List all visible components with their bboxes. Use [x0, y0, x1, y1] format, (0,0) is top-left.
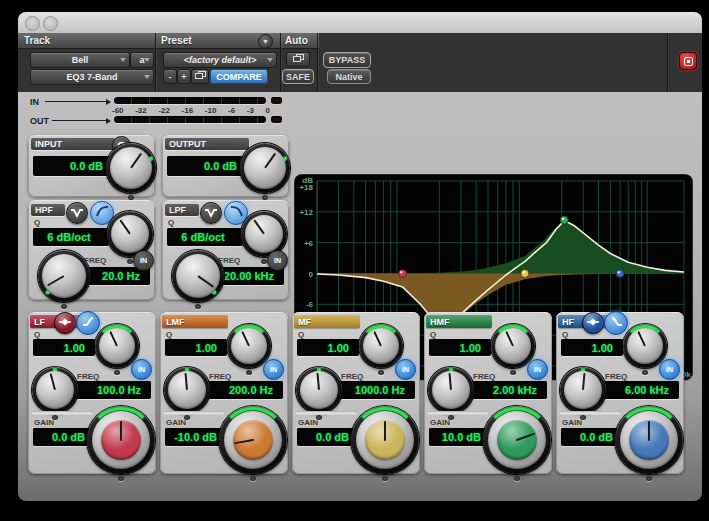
safe-button[interactable]: SAFE	[282, 69, 314, 84]
header-divider	[280, 33, 281, 92]
y-tick-label: +12	[299, 208, 313, 217]
band-2d-q-display[interactable]: 1.00	[297, 339, 359, 356]
band-4d-q-display[interactable]: 1.00	[561, 339, 623, 356]
band-0d-q-display[interactable]: 1.00	[33, 339, 95, 356]
band-3d-freq-label: FREQ	[473, 372, 495, 381]
band-4d-gain-label: GAIN	[562, 418, 582, 427]
band-4d-in-button[interactable]: IN	[659, 359, 680, 380]
preset-next-button[interactable]: +	[177, 69, 191, 84]
meter-scale-tick: -16	[182, 106, 194, 115]
band-4d-freq-knob[interactable]	[560, 367, 606, 413]
band-1d-freq-display[interactable]: 200.0 Hz	[207, 381, 283, 399]
window-close-button[interactable]	[25, 16, 40, 31]
track-selector[interactable]: Bell	[30, 52, 130, 68]
preset-previous-button[interactable]: -	[163, 69, 177, 84]
band-divider	[31, 411, 93, 415]
band-1d-in-button[interactable]: IN	[263, 359, 284, 380]
format-button[interactable]: Native	[327, 69, 371, 84]
peak-eq-icon	[586, 314, 600, 332]
compare-button[interactable]: COMPARE	[210, 69, 268, 84]
0d-section-label: INPUT	[31, 138, 115, 150]
meter-scale: -60-32-22-16-10-6-30	[112, 106, 270, 115]
1d-in-button[interactable]: IN	[267, 250, 288, 271]
band-1d-gain-label: GAIN	[166, 418, 186, 427]
control-point-mf[interactable]	[521, 270, 529, 278]
band-3d-q-display[interactable]: 1.00	[429, 339, 491, 356]
band-0d-freq-knob[interactable]	[32, 367, 78, 413]
y-tick-label: +18	[299, 183, 313, 192]
1d-freq-knob[interactable]	[172, 250, 224, 302]
band-2d-in-button[interactable]: IN	[395, 359, 416, 380]
band-2d-q-knob[interactable]	[359, 324, 403, 368]
window-titlebar[interactable]	[18, 12, 702, 34]
header-divider	[155, 33, 156, 92]
band-2d-q-label: Q	[298, 330, 304, 339]
band-3d-label: HMF	[426, 317, 450, 327]
0d-in-button[interactable]: IN	[133, 250, 154, 271]
band-4d-gain-display[interactable]: 0.0 dB	[561, 428, 623, 446]
0d-notch-type-button[interactable]	[66, 202, 88, 224]
control-point-hmf[interactable]	[560, 216, 568, 224]
band-0d-gain-label: GAIN	[34, 418, 54, 427]
chevron-down-icon	[120, 58, 126, 62]
highpass-filter-icon	[95, 204, 110, 222]
band-2d-gain-knob[interactable]	[351, 406, 419, 474]
track-letter-selector[interactable]: a	[130, 52, 154, 68]
1d-gain-knob[interactable]	[240, 143, 290, 193]
0d-gain-knob[interactable]	[106, 143, 156, 193]
band-4d-gain-knob[interactable]	[615, 406, 683, 474]
band-2d-freq-knob[interactable]	[296, 367, 342, 413]
band-4d-panel: HF Q 1.00 IN FREQ 6.00	[556, 312, 684, 474]
1d-notch-type-button[interactable]	[200, 202, 222, 224]
1d-slope-display[interactable]: 6 dB/oct	[167, 228, 243, 246]
y-tick-label: -6	[306, 300, 314, 309]
band-divider	[559, 411, 621, 415]
control-point-lf[interactable]	[399, 270, 407, 278]
1d-panel: OUTPUT 0.0 dB	[162, 135, 289, 197]
preset-menu-button[interactable]: ▼	[258, 34, 273, 49]
lowpass-filter-icon	[229, 204, 244, 222]
automation-target-button[interactable]	[679, 52, 697, 70]
band-2d-header: MF	[294, 315, 360, 328]
librarian-icon	[195, 71, 206, 82]
band-2d-gain-display[interactable]: 0.0 dB	[297, 428, 359, 446]
band-3d-gain-label: GAIN	[430, 418, 450, 427]
band-1d-q-knob[interactable]	[227, 324, 271, 368]
band-1d-q-display[interactable]: 1.00	[165, 339, 227, 356]
band-0d-peak-button[interactable]	[54, 312, 76, 334]
header-divider	[317, 33, 318, 92]
plugin-header: Track Preset Auto ▼ Bell a EQ3 7-Band <f…	[18, 33, 702, 92]
band-4d-freq-display[interactable]: 6.00 kHz	[603, 381, 679, 399]
preset-selector[interactable]: <factory default>	[163, 52, 277, 68]
arrow-right-icon	[45, 101, 106, 102]
output-meter	[114, 116, 266, 123]
meter-scale-tick: -6	[228, 106, 235, 115]
band-0d-in-button[interactable]: IN	[131, 359, 152, 380]
y-tick-label: 0	[309, 270, 314, 279]
window-minimize-button[interactable]	[43, 16, 58, 31]
control-point-hf[interactable]	[616, 270, 624, 278]
band-4d-q-knob[interactable]	[623, 324, 667, 368]
band-0d-freq-display[interactable]: 100.0 Hz	[75, 381, 151, 399]
0d-section-label: HPF	[31, 204, 65, 216]
librarian-menu-button[interactable]	[191, 69, 209, 84]
band-3d-in-button[interactable]: IN	[527, 359, 548, 380]
band-1d-gain-knob[interactable]	[219, 406, 287, 474]
band-3d-gain-knob[interactable]	[483, 406, 551, 474]
band-3d-q-knob[interactable]	[491, 324, 535, 368]
bypass-button[interactable]: BYPASS	[323, 52, 371, 68]
0d-freq-knob[interactable]	[38, 250, 90, 302]
band-0d-gain-display[interactable]: 0.0 dB	[33, 428, 95, 446]
band-1d-q-label: Q	[166, 330, 172, 339]
band-4d-peak-button[interactable]	[582, 312, 604, 334]
auto-enable-button[interactable]	[286, 52, 310, 67]
band-2d-freq-display[interactable]: 1000.0 Hz	[339, 381, 415, 399]
band-1d-freq-knob[interactable]	[164, 367, 210, 413]
band-0d-q-knob[interactable]	[95, 324, 139, 368]
band-3d-freq-knob[interactable]	[428, 367, 474, 413]
notch-filter-icon	[70, 204, 84, 222]
1d-q-label: Q	[168, 218, 174, 227]
band-0d-gain-knob[interactable]	[87, 406, 155, 474]
plugin-selector[interactable]: EQ3 7-Band	[30, 69, 154, 85]
meter-scale-tick: -60	[112, 106, 124, 115]
